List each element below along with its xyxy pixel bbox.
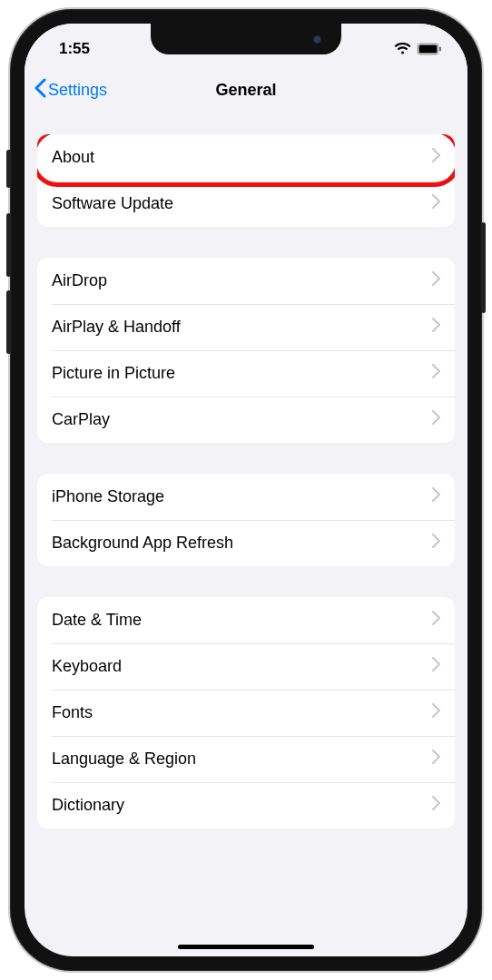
row-label: AirDrop (52, 271, 107, 290)
settings-scroll[interactable]: About Software Update AirDrop (25, 111, 467, 956)
notch (151, 24, 341, 54)
row-airplay-handoff[interactable]: AirPlay & Handoff (37, 304, 455, 350)
settings-group: Date & Time Keyboard Fonts Language & Re… (37, 597, 455, 828)
svg-rect-1 (419, 45, 438, 54)
svg-rect-2 (439, 47, 441, 52)
power-button (481, 222, 486, 313)
settings-group: AirDrop AirPlay & Handoff Picture in Pic… (37, 258, 455, 443)
row-label: Software Update (52, 194, 173, 213)
row-software-update[interactable]: Software Update (37, 181, 455, 227)
chevron-right-icon (432, 194, 440, 213)
chevron-right-icon (432, 410, 440, 429)
row-fonts[interactable]: Fonts (37, 690, 455, 736)
row-airdrop[interactable]: AirDrop (37, 258, 455, 304)
screen: 1:55 Settings General (25, 24, 467, 956)
status-time: 1:55 (50, 40, 150, 58)
settings-group: iPhone Storage Background App Refresh (37, 474, 455, 566)
chevron-right-icon (432, 318, 440, 337)
chevron-right-icon (432, 703, 440, 722)
row-label: Picture in Picture (52, 364, 175, 383)
nav-bar: Settings General (25, 69, 467, 111)
back-button[interactable]: Settings (34, 78, 107, 103)
row-label: Keyboard (52, 657, 122, 676)
wifi-icon (394, 43, 411, 55)
row-keyboard[interactable]: Keyboard (37, 643, 455, 690)
row-label: Fonts (52, 703, 93, 722)
row-label: About (52, 148, 94, 167)
front-camera (313, 35, 321, 44)
row-label: Background App Refresh (52, 534, 233, 553)
chevron-right-icon (432, 271, 440, 290)
volume-down-button (6, 290, 11, 354)
row-label: Language & Region (52, 750, 196, 769)
chevron-right-icon (432, 148, 440, 167)
page-title: General (215, 81, 276, 100)
row-label: iPhone Storage (52, 487, 164, 506)
back-label: Settings (48, 81, 107, 100)
chevron-right-icon (432, 364, 440, 383)
chevron-right-icon (432, 657, 440, 676)
chevron-right-icon (432, 534, 440, 553)
row-label: Dictionary (52, 796, 124, 815)
mute-switch (6, 150, 11, 188)
battery-icon (417, 43, 442, 55)
row-date-time[interactable]: Date & Time (37, 597, 455, 643)
row-label: Date & Time (52, 611, 142, 630)
settings-group: About Software Update (37, 134, 455, 227)
row-carplay[interactable]: CarPlay (37, 397, 455, 443)
chevron-left-icon (34, 78, 46, 103)
home-indicator[interactable] (178, 945, 314, 949)
row-background-app-refresh[interactable]: Background App Refresh (37, 520, 455, 566)
row-picture-in-picture[interactable]: Picture in Picture (37, 350, 455, 397)
row-language-region[interactable]: Language & Region (37, 736, 455, 782)
row-dictionary[interactable]: Dictionary (37, 782, 455, 828)
row-iphone-storage[interactable]: iPhone Storage (37, 474, 455, 520)
chevron-right-icon (432, 487, 440, 506)
row-about[interactable]: About (37, 134, 455, 181)
row-label: CarPlay (52, 410, 110, 429)
row-label: AirPlay & Handoff (52, 318, 181, 337)
chevron-right-icon (432, 611, 440, 630)
chevron-right-icon (432, 796, 440, 815)
phone-frame: 1:55 Settings General (10, 9, 482, 971)
volume-up-button (6, 213, 11, 277)
chevron-right-icon (432, 750, 440, 769)
